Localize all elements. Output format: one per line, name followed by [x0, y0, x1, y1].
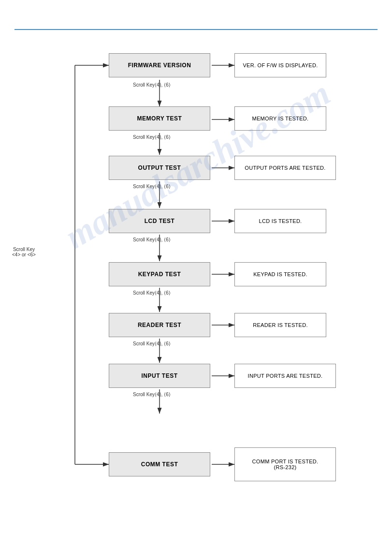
desc-comm-line1: COMM PORT IS TESTED. — [252, 459, 319, 464]
desc-output: OUTPUT PORTS ARE TESTED. — [234, 156, 336, 180]
desc-comm-line2: (RS-232) — [274, 464, 296, 470]
node-firmware: FIRMWARE VERSION — [109, 53, 210, 77]
desc-firmware: VER. OF F/W IS DISPLAYED. — [234, 53, 326, 77]
node-memory: MEMORY TEST — [109, 106, 210, 131]
desc-keypad: KEYPAD IS TESTED. — [234, 262, 326, 286]
desc-comm: COMM PORT IS TESTED. (RS-232) — [234, 447, 336, 481]
node-input: INPUT TEST — [109, 364, 210, 388]
desc-lcd: LCD IS TESTED. — [234, 209, 326, 233]
scroll-label-1: Scroll Key⟨4⟩, ⟨6⟩ — [133, 82, 171, 88]
page: manualsarchive.com — [0, 0, 392, 549]
scroll-label-3: Scroll Key⟨4⟩, ⟨6⟩ — [133, 184, 171, 189]
scroll-label-5: Scroll Key⟨4⟩, ⟨6⟩ — [133, 290, 171, 296]
top-line — [15, 29, 377, 30]
node-reader: READER TEST — [109, 313, 210, 337]
scroll-label-7: Scroll Key⟨4⟩, ⟨6⟩ — [133, 392, 171, 397]
node-keypad: KEYPAD TEST — [109, 262, 210, 286]
node-lcd: LCD TEST — [109, 209, 210, 233]
node-output: OUTPUT TEST — [109, 156, 210, 180]
side-scroll-label: Scroll Key <4> or <6> — [12, 247, 36, 257]
desc-memory: MEMORY IS TESTED. — [234, 106, 326, 131]
scroll-label-4: Scroll Key⟨4⟩, ⟨6⟩ — [133, 237, 171, 242]
desc-input: INPUT PORTS ARE TESTED. — [234, 364, 336, 388]
scroll-label-6: Scroll Key⟨4⟩, ⟨6⟩ — [133, 341, 171, 346]
scroll-label-2: Scroll Key⟨4⟩, ⟨6⟩ — [133, 134, 171, 140]
node-comm: COMM TEST — [109, 452, 210, 476]
desc-reader: READER IS TESTED. — [234, 313, 326, 337]
flowchart: Scroll Key <4> or <6> FIRMWARE VERSION V… — [58, 44, 377, 520]
